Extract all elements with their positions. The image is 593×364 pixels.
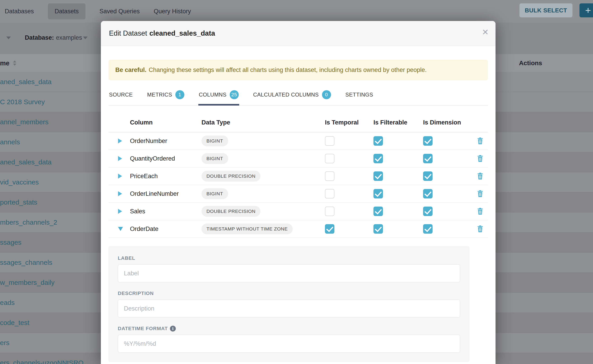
- datetime-format-input[interactable]: [118, 335, 460, 353]
- tab-count-badge: 1: [175, 90, 184, 99]
- chevron-down-icon[interactable]: [83, 37, 87, 39]
- close-icon[interactable]: ✕: [482, 28, 489, 36]
- column-editor-panel: LABEL DESCRIPTION DATETIME FORMAT i: [109, 247, 469, 362]
- columns-table: Column Data Type Is Temporal Is Filterab…: [109, 109, 488, 238]
- column-row-sales: SalesDOUBLE PRECISION: [109, 203, 488, 220]
- is-filterable-checkbox[interactable]: [373, 224, 383, 234]
- warning-banner-text: Changing these settings will affect all …: [149, 66, 427, 73]
- tab-count-badge: 25: [230, 90, 239, 99]
- add-dataset-button[interactable]: +: [580, 3, 593, 17]
- column-name: OrderDate: [130, 226, 158, 233]
- is-filterable-checkbox[interactable]: [373, 136, 383, 146]
- tab-count-badge: 0: [322, 90, 331, 99]
- data-type-pill: DOUBLE PRECISION: [202, 206, 260, 217]
- background-nav-items: DatabasesDatasetsSaved QueriesQuery Hist…: [0, 3, 191, 20]
- is-temporal-checkbox[interactable]: [325, 171, 334, 181]
- column-row-orderlinenumber: OrderLineNumberBIGINT: [109, 185, 488, 203]
- data-type-pill: BIGINT: [202, 188, 228, 199]
- datetime-format-label-text: DATETIME FORMAT: [118, 326, 168, 332]
- nav-item-saved-queries[interactable]: Saved Queries: [99, 3, 140, 20]
- tab-source[interactable]: SOURCE: [109, 86, 133, 105]
- delete-column-trash-icon[interactable]: [477, 225, 484, 233]
- bulk-select-button[interactable]: BULK SELECT: [520, 3, 573, 17]
- warning-banner-bold: Be careful.: [115, 66, 146, 73]
- chevron-down-icon[interactable]: [6, 37, 11, 39]
- nav-item-databases[interactable]: Databases: [5, 3, 34, 20]
- is-dimension-checkbox[interactable]: [423, 136, 433, 146]
- tab-columns[interactable]: COLUMNS25: [198, 86, 239, 105]
- is-temporal-checkbox[interactable]: [325, 189, 334, 198]
- is-filterable-checkbox[interactable]: [373, 189, 383, 198]
- column-name: OrderLineNumber: [130, 190, 179, 197]
- column-row-orderdate: OrderDateTIMESTAMP WITHOUT TIME ZONE: [109, 220, 488, 238]
- is-filterable-checkbox[interactable]: [373, 207, 383, 216]
- nav-item-datasets[interactable]: Datasets: [48, 3, 86, 20]
- is-temporal-header: Is Temporal: [325, 119, 373, 126]
- label-field-label: LABEL: [118, 255, 460, 261]
- description-input[interactable]: [118, 299, 460, 318]
- tab-calculated-columns[interactable]: CALCULATED COLUMNS0: [253, 86, 331, 105]
- column-row-quantityordered: QuantityOrderedBIGINT: [109, 150, 488, 168]
- expand-caret-icon[interactable]: [118, 191, 122, 196]
- collapse-caret-icon[interactable]: [118, 227, 123, 231]
- column-header: Column: [130, 119, 202, 126]
- is-temporal-checkbox[interactable]: [325, 154, 334, 163]
- tab-label: SOURCE: [109, 91, 133, 98]
- label-input[interactable]: [118, 264, 460, 282]
- is-temporal-checkbox[interactable]: [325, 207, 334, 216]
- column-name: QuantityOrdered: [130, 155, 175, 162]
- column-name: PriceEach: [130, 173, 158, 180]
- is-filterable-checkbox[interactable]: [373, 154, 383, 163]
- expand-caret-icon[interactable]: [118, 174, 122, 179]
- database-filter-label: Database:: [25, 34, 54, 41]
- is-dimension-header: Is Dimension: [423, 119, 477, 126]
- modal-title-dataset-name: cleaned_sales_data: [149, 29, 215, 37]
- is-temporal-checkbox[interactable]: [325, 224, 334, 234]
- sort-icon[interactable]: [13, 60, 16, 67]
- screen: DatabasesDatasetsSaved QueriesQuery Hist…: [0, 0, 593, 364]
- edit-dataset-modal: Edit Datasetcleaned_sales_data ✕ Be care…: [101, 21, 495, 364]
- data-type-pill: DOUBLE PRECISION: [202, 171, 260, 182]
- delete-column-trash-icon[interactable]: [477, 155, 484, 163]
- datetime-format-field-label: DATETIME FORMAT i: [118, 326, 460, 332]
- delete-column-trash-icon[interactable]: [477, 190, 484, 198]
- is-temporal-checkbox[interactable]: [325, 136, 334, 146]
- is-dimension-checkbox[interactable]: [423, 224, 433, 234]
- tab-label: CALCULATED COLUMNS: [253, 91, 319, 98]
- delete-column-trash-icon[interactable]: [477, 207, 484, 216]
- description-field-label: DESCRIPTION: [118, 291, 460, 296]
- is-filterable-checkbox[interactable]: [373, 171, 383, 181]
- data-type-pill: TIMESTAMP WITHOUT TIME ZONE: [202, 223, 293, 234]
- expand-caret-icon[interactable]: [118, 209, 122, 214]
- nav-item-query-history[interactable]: Query History: [154, 3, 191, 20]
- column-row-ordernumber: OrderNumberBIGINT: [109, 132, 488, 150]
- tab-label: COLUMNS: [199, 91, 227, 98]
- actions-column-header: Actions: [519, 59, 542, 67]
- column-row-priceeach: PriceEachDOUBLE PRECISION: [109, 168, 488, 185]
- columns-table-header: Column Data Type Is Temporal Is Filterab…: [109, 109, 488, 132]
- background-top-nav: DatabasesDatasetsSaved QueriesQuery Hist…: [0, 0, 593, 23]
- database-filter-value[interactable]: examples: [56, 34, 82, 41]
- is-dimension-checkbox[interactable]: [423, 154, 433, 163]
- tab-label: METRICS: [147, 91, 172, 98]
- is-dimension-checkbox[interactable]: [423, 189, 433, 198]
- modal-title: Edit Datasetcleaned_sales_data: [109, 29, 215, 38]
- is-dimension-checkbox[interactable]: [423, 171, 433, 181]
- delete-column-trash-icon[interactable]: [477, 137, 484, 145]
- column-name: OrderNumber: [130, 137, 167, 144]
- tab-settings[interactable]: SETTINGS: [345, 86, 374, 105]
- is-filterable-header: Is Filterable: [373, 119, 423, 126]
- modal-header: Edit Datasetcleaned_sales_data ✕: [101, 21, 495, 46]
- modal-title-prefix: Edit Dataset: [109, 29, 147, 37]
- delete-column-trash-icon[interactable]: [477, 172, 484, 180]
- expand-caret-icon[interactable]: [118, 138, 122, 143]
- tab-metrics[interactable]: METRICS1: [147, 86, 185, 105]
- is-dimension-checkbox[interactable]: [423, 207, 433, 216]
- info-icon[interactable]: i: [170, 326, 176, 332]
- data-type-pill: BIGINT: [202, 136, 228, 146]
- expand-caret-icon[interactable]: [118, 156, 122, 161]
- data-type-pill: BIGINT: [202, 153, 228, 164]
- warning-banner: Be careful. Changing these settings will…: [109, 60, 488, 80]
- modal-tabs: SOURCEMETRICS1COLUMNS25CALCULATED COLUMN…: [109, 86, 488, 105]
- modal-body: Be careful. Changing these settings will…: [101, 60, 495, 362]
